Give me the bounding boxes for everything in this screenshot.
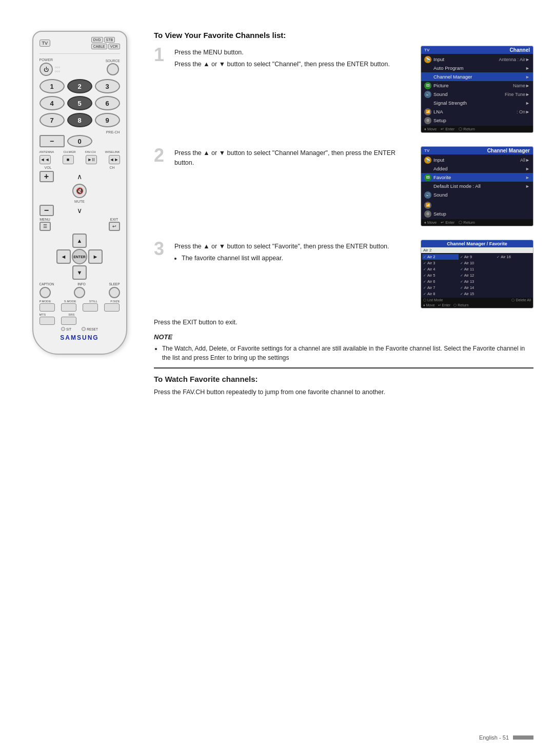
sleep-button[interactable] (109, 287, 120, 298)
page: TV DVD STB CABLE VCR POWER (0, 0, 554, 756)
num-1-button[interactable]: 1 (39, 79, 65, 93)
play-pause-button[interactable]: ►II (86, 155, 97, 164)
dpad-up-button[interactable]: ▲ (72, 234, 87, 248)
channel-manager-menu-title: Channel Manager (487, 148, 530, 153)
step-2: 2 Press the ▲ or ▼ button to select "Cha… (154, 146, 533, 229)
note-text: The Watch, Add, Delete, or Favorite sett… (154, 344, 533, 362)
tv-logo-1: TV (424, 48, 429, 52)
note-title: NOTE (154, 333, 533, 341)
step-3: 3 Press the ▲ or ▼ button to select "Fav… (154, 240, 533, 308)
num-8-button[interactable]: 8 (67, 113, 92, 127)
setup-icon: ⚙ (424, 117, 431, 124)
srs-label: SRS (68, 313, 74, 316)
dash-button[interactable]: − (39, 135, 65, 147)
auto-program-label: Auto Program (433, 65, 525, 71)
fav-ch-7: Air 11 (464, 267, 474, 272)
dpad-down-button[interactable]: ▼ (72, 265, 87, 280)
pre-ch-label: PRE-CH (106, 130, 120, 134)
fav-footer: ⬡ List Mode ⬡ Delete All (421, 298, 533, 303)
fast-forward-button[interactable]: ◄► (109, 155, 120, 164)
num-4-button[interactable]: 4 (39, 96, 65, 110)
favorite-label: Favorite (433, 175, 525, 180)
picture-icon: 🖼 (424, 82, 431, 89)
num-6-button[interactable]: 6 (95, 96, 120, 110)
sound-icon-2: 🔊 (424, 191, 431, 199)
picture-icon-2: 🖼 (424, 174, 431, 181)
still-label: STILL (89, 300, 97, 303)
fav-header: Channel Manager / Favorite (421, 240, 533, 247)
fav-nav: ♦ Move↵ Enter⬡ Return (421, 303, 533, 308)
vol-down-button[interactable]: − (39, 205, 54, 216)
fav-ch-5: Air 10 (464, 261, 474, 265)
caption-button[interactable] (39, 287, 51, 298)
step-3-text: Press the ▲ or ▼ button to select "Favor… (174, 240, 421, 265)
enter-button[interactable]: ENTER (72, 249, 87, 264)
vol-label: VOL (45, 166, 52, 169)
channel-menu-title: Channel (510, 47, 530, 53)
samsung-logo: SAMSUNG (39, 334, 120, 341)
signal-icon: 📶 (424, 108, 431, 115)
tv-button[interactable]: TV (39, 40, 51, 47)
fav-ch-3: Air 16 (501, 255, 511, 259)
menu-button[interactable]: ☰ (39, 222, 51, 231)
ch-down-button[interactable]: ∨ (77, 206, 82, 215)
watch-section-title: To Watch Favorite channels: (154, 375, 533, 383)
num-3-button[interactable]: 3 (95, 79, 120, 93)
step-1-screen: TV Channel 📡 Input Antenna : Air ► Auto … (421, 46, 533, 136)
fav-ch-15: Air 15 (464, 292, 474, 296)
signal-strength-label: Signal Strength (433, 100, 525, 106)
remote-control: TV DVD STB CABLE VCR POWER (32, 31, 127, 355)
stb-button[interactable]: STB (104, 37, 115, 43)
srs-button[interactable] (61, 317, 76, 325)
tv-footer-2: ♦ Move↵ Enter⬡ Return (421, 219, 533, 226)
vol-up-button[interactable]: + (39, 171, 54, 182)
transport-controls: ◄◄ ■ ►II ◄► (39, 155, 120, 164)
caption-label: CAPTION (39, 282, 54, 286)
tv-footer-1: ♦ Move↵ Enter⬡ Return (421, 126, 533, 132)
rewind-button[interactable]: ◄◄ (39, 155, 51, 164)
input-row-label: Input (433, 56, 499, 62)
dvd-button[interactable]: DVD (91, 37, 103, 43)
function-labels: ANTENNACH.MGRFAV.CHWISELINK (39, 150, 120, 153)
exit-button[interactable]: ↩ (109, 222, 120, 231)
fav-subtitle: Air 2 (421, 247, 533, 253)
num-9-button[interactable]: 9 (95, 113, 120, 127)
list-mode-label: ⬡ List Mode (423, 298, 443, 302)
tv-screen-channel-manager: TV Channel Manager 📡 Input All ► Added (421, 146, 533, 226)
step-2-number: 2 (154, 146, 174, 165)
pmode-button[interactable] (39, 303, 55, 312)
dpad-right-button[interactable]: ► (88, 249, 103, 264)
vcr-button[interactable]: VCR (108, 44, 120, 49)
mts-button[interactable] (39, 317, 55, 325)
fav-ch-13: Air 14 (464, 285, 474, 290)
still-button[interactable] (83, 303, 98, 312)
fav-ch-9: Air 12 (464, 273, 474, 278)
setup-icon-2: ⚙ (424, 210, 431, 218)
num-0-button[interactable]: 0 (67, 135, 92, 147)
ch-label: CH (109, 166, 114, 169)
info-button[interactable] (74, 287, 85, 298)
power-button[interactable]: ⏻ (39, 63, 53, 76)
numpad: 1 2 3 4 5 6 7 8 9 (39, 79, 120, 127)
fav-ch-14: Air 8 (427, 292, 435, 296)
fine-tune-label: Fine Tune (505, 92, 525, 97)
num-5-button[interactable]: 5 (67, 96, 92, 110)
psize-button[interactable] (104, 303, 120, 312)
mute-button[interactable]: 🔇 (72, 184, 87, 198)
page-footer: English - 51 (479, 734, 533, 741)
num-2-button[interactable]: 2 (67, 79, 92, 93)
dpad-left-button[interactable]: ◄ (56, 249, 71, 264)
all-label: All (520, 158, 525, 163)
fav-ch-10: Air 6 (427, 279, 435, 284)
smode-button[interactable] (61, 303, 76, 312)
ch-up-button[interactable]: ∧ (77, 172, 82, 181)
content-column: To View Your Favorite Channels list: 1 P… (138, 31, 533, 735)
fav-ch-1: Air 2 (427, 255, 435, 259)
num-7-button[interactable]: 7 (39, 113, 65, 127)
lna-label: LNA (433, 109, 517, 114)
source-button[interactable] (107, 63, 119, 75)
stop-button[interactable]: ■ (63, 155, 74, 164)
step-1-number: 1 (154, 46, 174, 64)
note-box: NOTE The Watch, Add, Delete, or Favorite… (154, 333, 533, 362)
cable-button[interactable]: CABLE (91, 44, 107, 49)
